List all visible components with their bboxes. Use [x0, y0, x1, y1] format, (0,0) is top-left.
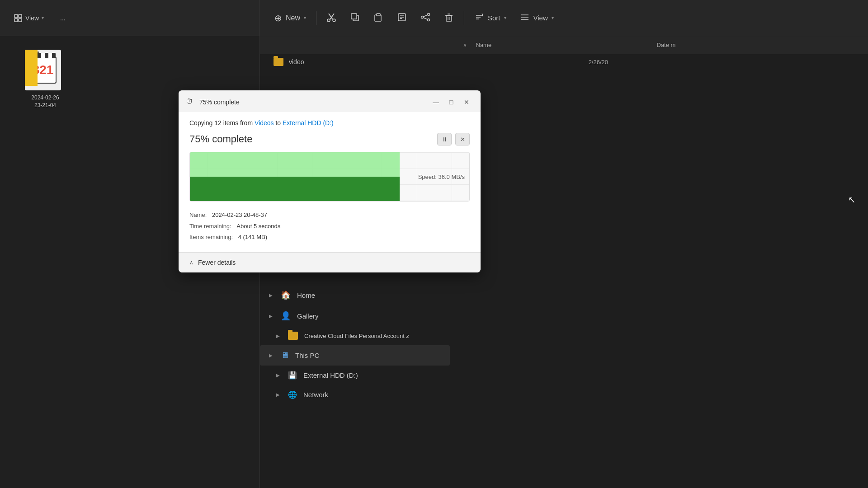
cancel-copy-button[interactable]: ✕	[455, 133, 470, 145]
table-row[interactable]: video 2/26/20	[260, 54, 622, 70]
sidebar-item-gallery[interactable]: ▶ 👤 Gallery	[260, 305, 450, 326]
copy-dialog: ⏱ 75% complete — □ ✕ Copying 12 items fr…	[179, 90, 481, 272]
cancel-copy-icon: ✕	[460, 136, 465, 143]
sidebar-navigation: ▶ 🏠 Home ▶ 👤 Gallery ▶ Creative Cloud Fi…	[260, 285, 450, 404]
file-name-line2: 23-21-04	[31, 102, 59, 109]
svg-point-18	[428, 19, 430, 21]
svg-rect-21	[446, 15, 452, 21]
dialog-close-button[interactable]: ✕	[460, 97, 473, 108]
cut-icon	[326, 12, 336, 23]
progress-dark-bar	[190, 177, 400, 201]
delete-button[interactable]	[439, 9, 459, 27]
copy-source-link[interactable]: Videos	[255, 119, 274, 127]
svg-rect-9	[351, 14, 357, 19]
view-label: View	[25, 14, 39, 22]
dialog-controls: — □ ✕	[429, 97, 473, 108]
copy-destination-link[interactable]: External HDD (D:)	[283, 119, 334, 127]
name-detail-value: 2024-02-23 20-48-37	[212, 211, 267, 218]
view-chevron-icon: ▾	[552, 15, 554, 20]
up-chevron-icon: ∧	[463, 42, 467, 48]
svg-point-16	[428, 14, 430, 16]
folder-icon	[274, 58, 283, 66]
dialog-titlebar: ⏱ 75% complete — □ ✕	[179, 90, 481, 112]
copy-details: Name: 2024-02-23 20-48-37 Time remaining…	[189, 210, 470, 243]
rename-button[interactable]	[392, 9, 412, 27]
svg-line-20	[423, 18, 427, 19]
creative-cloud-icon	[288, 332, 298, 340]
copy-description: Copying 12 items from Videos to External…	[189, 119, 470, 127]
new-chevron-icon: ▾	[304, 15, 306, 20]
dialog-title: 75% complete	[199, 99, 425, 106]
name-column-header[interactable]: Name	[472, 42, 652, 48]
sidebar-item-network[interactable]: ▶ 🌐 Network	[260, 385, 450, 404]
new-button[interactable]: ⊕ New ▾	[269, 9, 311, 27]
dialog-minimize-button[interactable]: —	[429, 97, 443, 108]
sidebar-item-home[interactable]: ▶ 🏠 Home	[260, 285, 450, 305]
minimize-icon: —	[433, 99, 439, 106]
pause-button[interactable]: ⏸	[437, 133, 452, 145]
more-button[interactable]: ...	[56, 12, 70, 24]
yellow-badge	[25, 50, 38, 86]
expand-icon-network: ▶	[274, 391, 282, 399]
dialog-clock-icon: ⏱	[186, 98, 195, 107]
svg-rect-11	[377, 14, 380, 16]
cut-button[interactable]	[321, 9, 342, 27]
svg-point-7	[333, 19, 335, 22]
pause-icon: ⏸	[442, 136, 448, 143]
left-toolbar: View ▾ ...	[0, 0, 259, 36]
dialog-maximize-button[interactable]: □	[444, 97, 458, 108]
hdd-icon: 💾	[288, 371, 297, 380]
sidebar-item-external-hdd[interactable]: ▶ 💾 External HDD (D:)	[260, 366, 450, 385]
sidebar-item-creative-cloud[interactable]: ▶ Creative Cloud Files Personal Account …	[260, 326, 450, 345]
copy-percent-label: 75% complete	[189, 133, 252, 145]
file-row-name: video	[289, 58, 493, 66]
date-column-header[interactable]: Date m	[652, 42, 859, 48]
sidebar-item-this-pc[interactable]: ▶ 🖥 This PC	[260, 345, 450, 366]
network-label: Network	[303, 391, 328, 399]
items-detail-label: Items remaining:	[189, 234, 233, 240]
sort-label: Sort	[488, 14, 500, 22]
sort-chevron-icon: ▾	[504, 15, 506, 20]
rename-icon	[397, 12, 407, 23]
dialog-footer[interactable]: ∧ Fewer details	[179, 252, 481, 272]
copy-name-row: Name: 2024-02-23 20-48-37	[189, 210, 470, 221]
view-right-label: View	[533, 14, 548, 22]
more-label: ...	[60, 14, 66, 22]
paste-icon	[373, 12, 383, 23]
home-icon: 🏠	[281, 290, 291, 300]
sort-icon	[474, 12, 484, 23]
svg-point-6	[327, 19, 330, 22]
svg-rect-1	[19, 14, 22, 18]
paste-button[interactable]	[368, 9, 389, 27]
copy-controls: ⏸ ✕	[437, 133, 470, 145]
file-label: 2024-02-26 23-21-04	[31, 94, 59, 109]
svg-rect-0	[14, 14, 18, 18]
this-pc-icon: 🖥	[281, 351, 289, 360]
time-remaining-row: Time remaining: About 5 seconds	[189, 221, 470, 232]
copy-button[interactable]	[344, 9, 365, 27]
file-item[interactable]: .mp4 321 2024-02-26 23-21-04	[18, 50, 72, 109]
creative-cloud-label: Creative Cloud Files Personal Account z	[304, 333, 409, 339]
view-right-button[interactable]: View ▾	[514, 9, 559, 27]
new-label: New	[286, 14, 300, 22]
expand-icon-this-pc: ▶	[267, 352, 274, 359]
file-row-date: 2/26/20	[589, 59, 608, 66]
fewer-details-button[interactable]: Fewer details	[198, 259, 236, 266]
progress-light-bar	[190, 152, 400, 177]
trash-icon	[444, 12, 454, 23]
right-toolbar: ⊕ New ▾	[260, 0, 868, 36]
view-button[interactable]: View ▾	[9, 11, 48, 25]
fewer-details-chevron-icon: ∧	[189, 259, 193, 266]
share-button[interactable]	[415, 9, 436, 27]
gallery-icon: 👤	[281, 311, 291, 321]
maximize-icon: □	[449, 99, 453, 106]
items-detail-value: 4 (141 MB)	[238, 234, 267, 240]
mouse-cursor: ↖	[848, 194, 855, 203]
view-icon	[14, 14, 23, 23]
svg-rect-2	[14, 19, 18, 22]
fewer-details-label: Fewer details	[198, 259, 236, 266]
name-header-label: Name	[476, 42, 492, 48]
toolbar-divider-1	[316, 11, 316, 25]
expand-icon-home: ▶	[267, 291, 274, 299]
sort-button[interactable]: Sort ▾	[469, 9, 512, 27]
